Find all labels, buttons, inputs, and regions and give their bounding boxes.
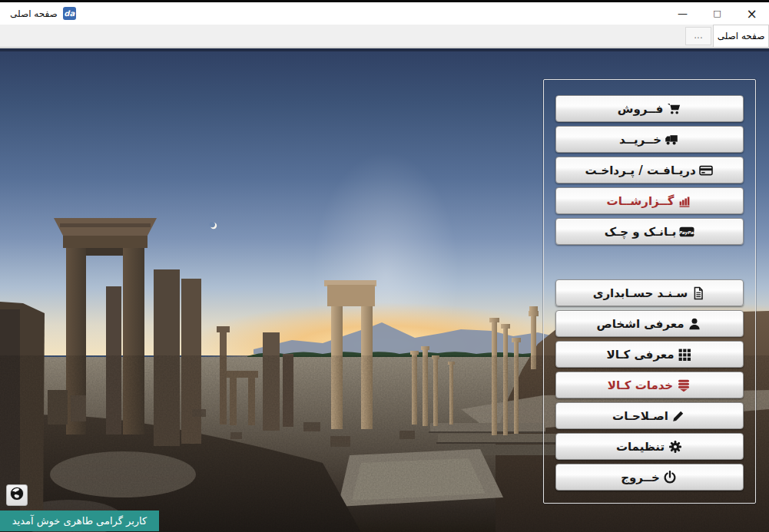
cart-icon [665, 102, 681, 116]
menu-button-goods-services[interactable]: خدمات کـالا [555, 372, 744, 398]
paypal-icon: PayPal [678, 225, 694, 239]
tab-strip: ... صفحه اصلی [0, 25, 769, 48]
menu-button-receive-payment[interactable]: دریـافـت / پـرداخـت [555, 157, 744, 183]
document-icon [690, 286, 706, 300]
credit-card-icon [698, 164, 714, 177]
bar-chart-icon [676, 194, 692, 208]
menu-button-label: خــروج [621, 471, 660, 484]
menu-button-label: خــریــد [619, 133, 661, 147]
welcome-status-bar: کاربر گرامی طاهری خوش آمدید [0, 511, 159, 531]
window-controls: — □ × [665, 2, 769, 25]
menu-button-exit[interactable]: خــروج [555, 464, 744, 491]
menu-button-column: فــروش خــریــد دریـافـت / پـرداخـت [555, 95, 744, 491]
menu-button-label: بـانـک و چـک [605, 225, 677, 239]
truck-icon [664, 133, 680, 147]
menu-button-label: گــزارشــات [607, 194, 675, 208]
menu-button-reports[interactable]: گــزارشــات [555, 187, 744, 214]
main-content: فــروش خــریــد دریـافـت / پـرداخـت [0, 48, 769, 532]
menu-button-label: دریـافـت / پـرداخـت [585, 164, 695, 177]
menu-button-purchase[interactable]: خــریــد [555, 126, 744, 153]
menu-button-goods[interactable]: معرفی کـالا [555, 341, 744, 368]
welcome-message: کاربر گرامی طاهری خوش آمدید [12, 515, 148, 527]
title-bar: صفحه اصلی da — □ × [0, 2, 769, 25]
menu-button-label: سـنـد حسـابداری [593, 286, 688, 300]
grid-icon [676, 348, 692, 362]
menu-button-sales[interactable]: فــروش [555, 95, 744, 122]
pencil-icon [671, 409, 687, 423]
svg-text:PayPal: PayPal [679, 230, 694, 235]
menu-button-label: خدمات کـالا [608, 378, 673, 392]
gear-icon [667, 440, 683, 454]
tab-overflow-button[interactable]: ... [685, 27, 711, 45]
stack-icon [675, 378, 691, 392]
maximize-button[interactable]: □ [700, 2, 734, 25]
main-menu-panel: فــروش خــریــد دریـافـت / پـرداخـت [543, 79, 756, 504]
close-button[interactable]: × [734, 2, 769, 25]
menu-button-label: معرفی اشخاص [597, 317, 684, 331]
tab-main-page[interactable]: صفحه اصلی [713, 25, 769, 47]
menu-button-accounting-document[interactable]: سـنـد حسـابداری [555, 279, 744, 306]
person-icon [686, 317, 702, 331]
power-icon [662, 471, 678, 484]
menu-button-persons[interactable]: معرفی اشخاص [555, 310, 744, 337]
menu-button-settings[interactable]: تنظیمات [555, 433, 744, 460]
minimize-button[interactable]: — [665, 2, 700, 25]
menu-button-bank-cheque[interactable]: PayPal بـانـک و چـک [555, 218, 744, 245]
globe-icon [9, 486, 25, 504]
menu-button-label: تنظیمات [616, 440, 665, 454]
window-title: صفحه اصلی [10, 8, 58, 19]
application-window: صفحه اصلی da — □ × ... صفحه اصلی [0, 0, 769, 532]
menu-button-corrections[interactable]: اصـلاحـات [555, 402, 744, 429]
app-logo-icon: da [63, 7, 76, 20]
language-globe-button[interactable] [6, 484, 28, 506]
menu-button-label: فــروش [618, 102, 663, 116]
menu-button-label: معرفی کـالا [607, 348, 675, 362]
menu-button-label: اصـلاحـات [612, 409, 668, 423]
